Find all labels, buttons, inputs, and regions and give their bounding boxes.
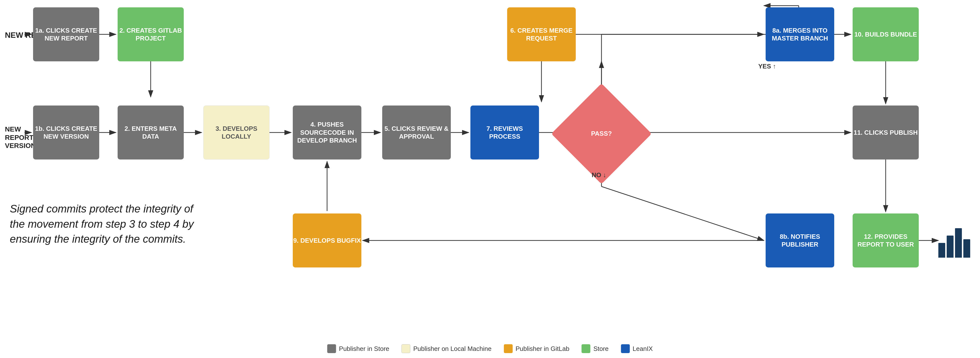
node-5: 5. CLICKS REVIEW & APPROVAL [382,105,451,160]
node-1a: 1a. CLICKS CREATE NEW REPORT [33,7,99,61]
node-4: 4. PUSHES SOURCECODE IN DEVELOP BRANCH [293,105,361,160]
node-11: 11. CLICKS PUBLISH [853,105,919,160]
bar-chart-icon [939,228,970,257]
legend-box-green [582,344,590,353]
diagram-container: NEW REPORT NEW REPORT VERSION 1a. CLICKS… [0,0,980,358]
no-label: NO ↓ [592,171,606,179]
node-8b: 8b. NOTIFIES PUBLISHER [765,214,834,267]
node-6: 6. CREATES MERGE REQUEST [507,7,576,61]
node-9: 9. DEVELOPS BUGFIX [293,214,361,267]
node-7: 7. REVIEWS PROCESS [470,105,539,160]
legend-publisher-gitlab: Publisher in GitLab [504,344,570,353]
node-2b: 2. ENTERS META DATA [118,105,184,160]
node-10: 10. BUILDS BUNDLE [853,7,919,61]
legend: Publisher in Store Publisher on Local Ma… [327,344,653,353]
node-1b: 1b. CLICKS CREATE NEW VERSION [33,105,99,160]
legend-store: Store [582,344,609,353]
node-12: 12. PROVIDES REPORT TO USER [853,214,919,267]
node-2a: 2. CREATES GITLAB PROJECT [118,7,184,61]
legend-box-orange [504,344,512,353]
legend-box-blue [621,344,630,353]
yes-label: YES ↑ [758,62,776,70]
svg-line-24 [601,187,764,240]
node-3: 3. DEVELOPS LOCALLY [204,105,269,160]
legend-box-gray [327,344,336,353]
node-pass: PASS? [551,83,652,184]
legend-leanix: LeanIX [621,344,653,353]
new-report-version-label: NEW REPORT VERSION [5,125,30,150]
node-8a: 8a. MERGES INTO MASTER BRANCH [765,7,834,61]
legend-publisher-local: Publisher on Local Machine [402,344,492,353]
legend-box-yellow [402,344,410,353]
legend-publisher-store: Publisher in Store [327,344,389,353]
signed-commits-text: Signed commits protect the integrity oft… [10,201,235,246]
